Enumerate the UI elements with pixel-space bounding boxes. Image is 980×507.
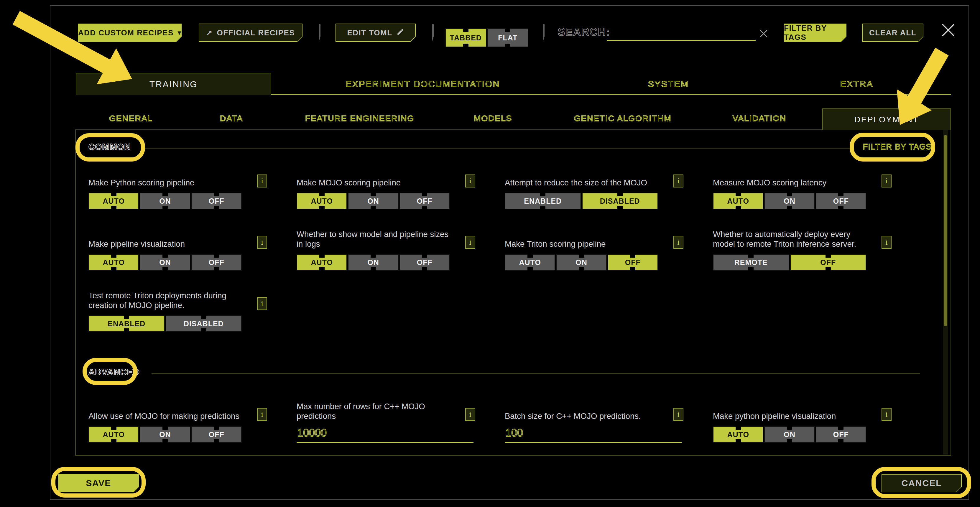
toggle-option-enabled[interactable]: ENABLED — [505, 193, 581, 209]
cancel-button[interactable]: CANCEL — [881, 474, 962, 492]
main-tabs-underline — [271, 94, 951, 95]
toggle-group: ENABLEDDISABLED — [88, 315, 242, 332]
toggle-option-auto[interactable]: AUTO — [505, 254, 555, 270]
toggle-option-remote[interactable]: REMOTE — [713, 254, 789, 270]
tab-deployment[interactable]: DEPLOYMENT — [822, 108, 951, 130]
info-icon[interactable]: i — [257, 236, 267, 249]
clear-search-icon[interactable] — [759, 29, 768, 38]
panel-filter-by-tags[interactable]: FILTER BY TAGS — [863, 142, 932, 151]
tab-feature-engineering[interactable]: FEATURE ENGINEERING — [301, 114, 418, 123]
info-icon[interactable]: i — [465, 175, 475, 188]
setting-label-row: Batch size for C++ MOJO predictions.i — [505, 395, 683, 421]
setting-label: Make Triton scoring pipeline — [505, 239, 665, 249]
toggle-option-off[interactable]: OFF — [816, 426, 866, 443]
setting-label: Whether to automatically deploy every mo… — [713, 229, 873, 249]
toggle-option-auto[interactable]: AUTO — [88, 193, 139, 209]
tab-extra[interactable]: EXTRA — [813, 79, 901, 89]
tab-general[interactable]: GENERAL — [102, 114, 161, 123]
official-recipes-button[interactable]: ↗ OFFICIAL RECIPES — [199, 24, 302, 42]
info-icon[interactable]: i — [465, 408, 475, 421]
toggle-option-on[interactable]: ON — [348, 193, 398, 209]
setting-cell: Make MOJO scoring pipelineiAUTOONOFF — [297, 162, 485, 209]
info-icon[interactable]: i — [257, 175, 267, 188]
setting-cell: Make Triton scoring pipelineiAUTOONOFF — [505, 223, 694, 270]
toggle-option-off[interactable]: OFF — [191, 426, 242, 443]
search-input[interactable] — [607, 28, 756, 41]
tab-experiment-documentation[interactable]: EXPERIMENT DOCUMENTATION — [334, 79, 511, 89]
toggle-option-disabled[interactable]: DISABLED — [582, 193, 659, 209]
toggle-option-flat[interactable]: FLAT — [487, 28, 529, 47]
chevron-down-icon: ▾ — [178, 29, 181, 37]
setting-label: Batch size for C++ MOJO predictions. — [505, 411, 665, 421]
toggle-option-off[interactable]: OFF — [191, 193, 242, 209]
filter-by-tags-label: FILTER BY TAGS — [784, 24, 846, 42]
tab-validation[interactable]: VALIDATION — [715, 114, 804, 123]
toggle-group: AUTOONOFF — [297, 254, 450, 270]
setting-cell: Measure MOJO scoring latencyiAUTOONOFF — [713, 162, 902, 209]
toggle-option-enabled[interactable]: ENABLED — [88, 315, 165, 332]
toggle-option-on[interactable]: ON — [140, 426, 190, 443]
toggle-option-off[interactable]: OFF — [790, 254, 867, 270]
setting-label: Make pipeline visualization — [88, 239, 249, 249]
add-custom-recipes-button[interactable]: ADD CUSTOM RECIPES ▾ — [78, 24, 181, 42]
clear-all-label: CLEAR ALL — [869, 28, 916, 37]
tab-deployment-label: DEPLOYMENT — [854, 115, 919, 124]
setting-label-row: Make Python scoring pipelinei — [88, 162, 267, 188]
toggle-option-on[interactable]: ON — [764, 193, 815, 209]
toggle-option-on[interactable]: ON — [348, 254, 398, 270]
toggle-option-tabbed[interactable]: TABBED — [445, 28, 487, 47]
info-icon[interactable]: i — [465, 236, 475, 249]
save-button[interactable]: SAVE — [58, 474, 139, 492]
info-icon[interactable]: i — [881, 408, 892, 421]
info-icon[interactable]: i — [673, 236, 683, 249]
toggle-option-on[interactable]: ON — [140, 254, 190, 270]
section-divider — [151, 373, 920, 374]
toggle-option-off[interactable]: OFF — [816, 193, 866, 209]
toggle-option-auto[interactable]: AUTO — [88, 426, 139, 443]
section-title: COMMON — [88, 142, 131, 152]
setting-cell: Attempt to reduce the size of the MOJOiE… — [505, 162, 694, 209]
info-icon[interactable]: i — [881, 175, 892, 188]
clear-all-button[interactable]: CLEAR ALL — [862, 24, 923, 42]
info-icon[interactable]: i — [673, 408, 683, 421]
tab-training[interactable]: TRAINING — [76, 73, 271, 95]
toggle-group: AUTOONOFF — [88, 426, 242, 443]
toggle-option-auto[interactable]: AUTO — [713, 193, 763, 209]
section-header-advanced: ADVANCED — [88, 364, 932, 380]
toggle-option-auto[interactable]: AUTO — [88, 254, 139, 270]
scrollbar-thumb[interactable] — [944, 135, 947, 326]
toggle-option-auto[interactable]: AUTO — [713, 426, 763, 443]
toggle-option-auto[interactable]: AUTO — [297, 193, 347, 209]
info-icon[interactable]: i — [257, 297, 267, 310]
tab-data[interactable]: DATA — [202, 114, 261, 123]
setting-number-input[interactable] — [297, 426, 474, 443]
setting-number-input[interactable] — [505, 426, 682, 443]
info-icon[interactable]: i — [673, 175, 683, 188]
common-settings-grid: Make Python scoring pipelineiAUTOONOFFMa… — [88, 162, 921, 332]
advanced-settings-grid: Allow use of MOJO for making predictions… — [88, 395, 921, 443]
toggle-option-off[interactable]: OFF — [399, 193, 450, 209]
info-icon[interactable]: i — [257, 408, 267, 421]
close-icon[interactable] — [941, 23, 955, 37]
toggle-option-off[interactable]: OFF — [608, 254, 658, 270]
toggle-option-off[interactable]: OFF — [399, 254, 450, 270]
toggle-group: AUTOONOFF — [713, 426, 866, 443]
toggle-option-on[interactable]: ON — [140, 193, 190, 209]
toggle-option-auto[interactable]: AUTO — [297, 254, 347, 270]
external-link-icon: ↗ — [206, 29, 213, 37]
edit-toml-label: EDIT TOML — [347, 28, 392, 37]
info-icon[interactable]: i — [881, 236, 892, 249]
toggle-option-disabled[interactable]: DISABLED — [166, 315, 242, 332]
tab-models[interactable]: MODELS — [463, 114, 522, 123]
edit-toml-button[interactable]: EDIT TOML — [336, 24, 416, 42]
tab-system[interactable]: SYSTEM — [624, 79, 713, 89]
tab-genetic-algorithm[interactable]: GENETIC ALGORITHM — [564, 114, 682, 123]
filter-by-tags-button[interactable]: FILTER BY TAGS — [784, 24, 846, 42]
setting-label-row: Make Triton scoring pipelinei — [505, 223, 683, 249]
toggle-option-on[interactable]: ON — [764, 426, 815, 443]
setting-label-row: Make python pipeline visualizationi — [713, 395, 892, 421]
official-recipes-label: OFFICIAL RECIPES — [217, 28, 295, 37]
toggle-option-on[interactable]: ON — [556, 254, 606, 270]
toggle-option-off[interactable]: OFF — [191, 254, 242, 270]
setting-label-row: Whether to automatically deploy every mo… — [713, 223, 892, 249]
